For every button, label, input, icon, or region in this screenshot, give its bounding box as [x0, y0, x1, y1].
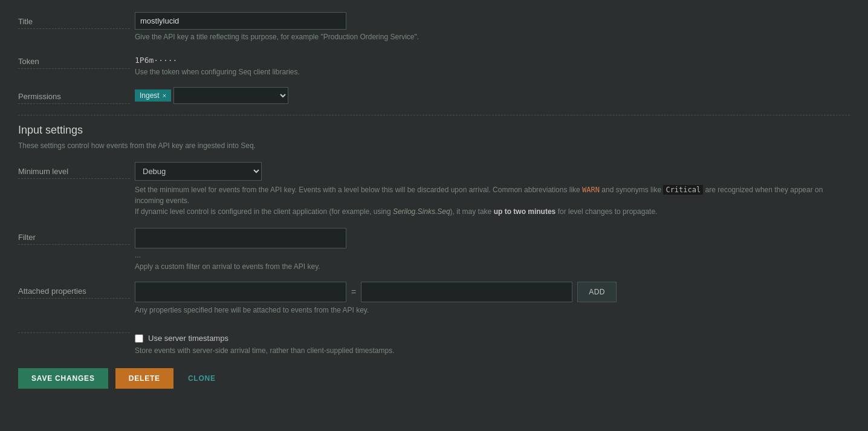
separator-1: [18, 115, 850, 115]
filter-field-row: Filter ... Apply a custom filter on arri…: [18, 228, 850, 271]
prop-val-input[interactable]: [361, 282, 572, 302]
level-hint-part5: ), it may take: [450, 207, 494, 216]
clone-button[interactable]: CLONE: [181, 368, 223, 389]
minimum-level-label: Minimum level: [18, 162, 130, 179]
serilog-text: Serilog.Sinks.Seq: [393, 207, 450, 216]
filter-ellipsis: ...: [135, 251, 850, 259]
server-timestamps-label[interactable]: Use server timestamps: [148, 334, 228, 343]
ingest-remove-button[interactable]: ×: [163, 92, 166, 99]
token-label: Token: [18, 52, 130, 69]
minimum-level-field-row: Minimum level Verbose Debug Information …: [18, 162, 850, 217]
input-settings-section: Input settings These settings control ho…: [18, 124, 850, 150]
token-field-row: Token 1P6m····· Use the token when confi…: [18, 52, 850, 76]
title-label: Title: [18, 12, 130, 29]
permissions-field-row: Permissions Ingest × Write Read Setup: [18, 87, 850, 104]
use-server-timestamps-field-label: [18, 325, 130, 333]
bold-text: up to two minutes: [494, 207, 556, 216]
prop-key-input[interactable]: [135, 282, 346, 302]
token-value: 1P6m·····: [135, 52, 850, 65]
input-settings-title: Input settings: [18, 124, 850, 137]
add-button[interactable]: ADD: [577, 282, 617, 302]
minimum-level-field-content: Verbose Debug Information Warning Error …: [135, 162, 850, 217]
title-field-content: Give the API key a title reflecting its …: [135, 12, 850, 41]
filter-input[interactable]: [135, 228, 346, 248]
attached-hint: Any properties specified here will be at…: [135, 306, 850, 314]
attached-row: = ADD: [135, 282, 850, 302]
minimum-level-select[interactable]: Verbose Debug Information Warning Error …: [135, 162, 262, 181]
level-hint-part4: If dynamic level control is configured i…: [135, 207, 393, 216]
use-server-timestamps-content: Use server timestamps Store events with …: [135, 325, 850, 355]
filter-hint: Apply a custom filter on arrival to even…: [135, 262, 850, 271]
level-hint-part1: Set the minimum level for events from th…: [135, 186, 582, 194]
title-hint: Give the API key a title reflecting its …: [135, 33, 850, 41]
server-timestamps-checkbox[interactable]: [135, 334, 143, 343]
action-buttons: SAVE CHANGES DELETE CLONE: [18, 368, 850, 389]
critical-text: Critical: [663, 185, 703, 195]
permissions-row: Ingest × Write Read Setup: [135, 87, 850, 104]
token-field-content: 1P6m····· Use the token when configuring…: [135, 52, 850, 76]
minimum-level-hint: Set the minimum level for events from th…: [135, 184, 850, 217]
ingest-badge: Ingest ×: [135, 89, 171, 102]
equals-sign: =: [351, 287, 356, 297]
level-hint-part6: for level changes to propagate.: [555, 207, 657, 216]
use-server-timestamps-row: Use server timestamps Store events with …: [18, 325, 850, 355]
permissions-field-content: Ingest × Write Read Setup: [135, 87, 850, 104]
level-hint-part2: and synonyms like: [600, 186, 663, 194]
attached-properties-field-row: Attached properties = ADD Any properties…: [18, 282, 850, 314]
delete-button[interactable]: DELETE: [115, 368, 173, 389]
filter-field-content: ... Apply a custom filter on arrival to …: [135, 228, 850, 271]
server-timestamps-hint: Store events with server-side arrival ti…: [135, 346, 850, 355]
save-button[interactable]: SAVE CHANGES: [18, 368, 108, 389]
ingest-badge-label: Ingest: [140, 91, 160, 100]
permissions-label: Permissions: [18, 87, 130, 104]
attached-properties-field-content: = ADD Any properties specified here will…: [135, 282, 850, 314]
input-settings-desc: These settings control how events from t…: [18, 141, 850, 150]
token-hint: Use the token when configuring Seq clien…: [135, 68, 850, 76]
title-field-row: Title Give the API key a title reflectin…: [18, 12, 850, 41]
title-input[interactable]: [135, 12, 346, 30]
attached-properties-label: Attached properties: [18, 282, 130, 299]
filter-label: Filter: [18, 228, 130, 245]
warn-text: WARN: [582, 186, 600, 194]
checkbox-row: Use server timestamps: [135, 334, 850, 343]
permissions-dropdown[interactable]: Write Read Setup: [173, 87, 288, 104]
